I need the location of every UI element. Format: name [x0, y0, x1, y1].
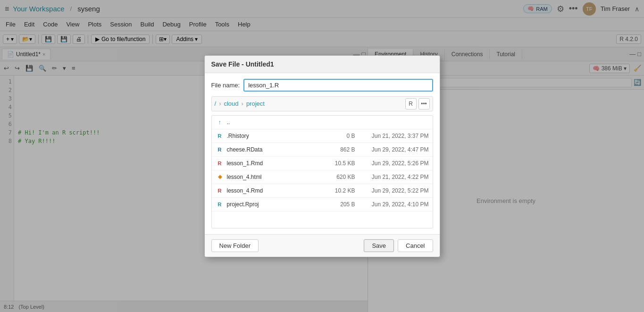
file-date: Jun 29, 2022, 5:22 PM — [358, 187, 429, 194]
dialog-overlay: Save File - Untitled1 File name: / › clo… — [0, 0, 644, 312]
file-size: 10.2 KB — [322, 187, 355, 194]
parent-dir-label: .. — [227, 119, 319, 126]
rmd-file-icon: R — [216, 159, 224, 168]
dialog-nav: / › cloud › project R ••• — [211, 96, 433, 111]
dialog-parent-dir[interactable]: ↑ .. — [212, 116, 433, 129]
file-date: Jun 29, 2022, 4:47 PM — [358, 146, 429, 153]
rproj-file-icon: R — [216, 200, 224, 209]
file-name: .Rhistory — [227, 133, 319, 139]
file-name-label: File name: — [211, 82, 240, 89]
nav-sep-1: › — [219, 100, 221, 107]
folder-up-icon: ↑ — [216, 118, 224, 126]
rmd2-file-icon: R — [216, 186, 224, 195]
save-file-dialog: Save File - Untitled1 File name: / › clo… — [204, 55, 440, 257]
dialog-action-buttons: Save Cancel — [364, 239, 433, 252]
dialog-footer: New Folder Save Cancel — [205, 234, 440, 257]
dialog-file-row[interactable]: R project.Rproj 205 B Jun 29, 2022, 4:10… — [212, 198, 433, 211]
nav-root[interactable]: / — [215, 100, 217, 107]
dialog-file-row[interactable]: R lesson_1.Rmd 10.5 KB Jun 29, 2022, 5:2… — [212, 157, 433, 170]
file-size: 862 B — [322, 146, 355, 153]
file-name-input[interactable] — [243, 79, 433, 92]
dialog-file-row[interactable]: ◈ lesson_4.html 620 KB Jun 21, 2022, 4:2… — [212, 170, 433, 184]
html-file-icon: ◈ — [216, 173, 224, 181]
save-dialog-button[interactable]: Save — [364, 239, 394, 252]
dialog-file-row[interactable]: R lesson_4.Rmd 10.2 KB Jun 29, 2022, 5:2… — [212, 184, 433, 198]
file-name: lesson_4.html — [227, 174, 319, 180]
new-folder-button[interactable]: New Folder — [211, 239, 259, 252]
dialog-nav-buttons: R ••• — [405, 98, 430, 110]
file-name: project.Rproj — [227, 201, 319, 208]
file-date: Jun 21, 2022, 3:37 PM — [358, 133, 429, 139]
nav-more-icon[interactable]: ••• — [418, 98, 430, 110]
file-size: 10.5 KB — [322, 160, 355, 167]
dialog-title: Save File - Untitled1 — [205, 56, 440, 73]
dialog-body: File name: / › cloud › project R ••• ↑ .… — [205, 73, 440, 234]
rdata-file-icon: R — [216, 145, 224, 154]
rhistory-file-icon: R — [216, 132, 224, 140]
nav-refresh-icon[interactable]: R — [405, 98, 417, 110]
cancel-dialog-button[interactable]: Cancel — [398, 239, 433, 252]
file-size: 205 B — [322, 201, 355, 208]
file-name: cheese.RData — [227, 146, 319, 153]
nav-sep-2: › — [242, 100, 243, 107]
dialog-file-list[interactable]: ↑ .. R .Rhistory 0 B Jun 21, 2022, 3:37 … — [211, 115, 433, 228]
file-name: lesson_4.Rmd — [227, 187, 319, 194]
file-size: 0 B — [322, 133, 355, 139]
file-name-field: File name: — [211, 79, 433, 92]
file-date: Jun 21, 2022, 4:22 PM — [358, 174, 429, 180]
file-size: 620 KB — [322, 174, 355, 180]
nav-cloud[interactable]: cloud — [224, 100, 238, 107]
file-date: Jun 29, 2022, 5:26 PM — [358, 160, 429, 167]
file-name: lesson_1.Rmd — [227, 160, 319, 167]
dialog-file-row[interactable]: R .Rhistory 0 B Jun 21, 2022, 3:37 PM — [212, 129, 433, 143]
dialog-file-row[interactable]: R cheese.RData 862 B Jun 29, 2022, 4:47 … — [212, 143, 433, 157]
nav-project[interactable]: project — [246, 100, 265, 107]
file-date: Jun 29, 2022, 4:10 PM — [358, 201, 429, 208]
